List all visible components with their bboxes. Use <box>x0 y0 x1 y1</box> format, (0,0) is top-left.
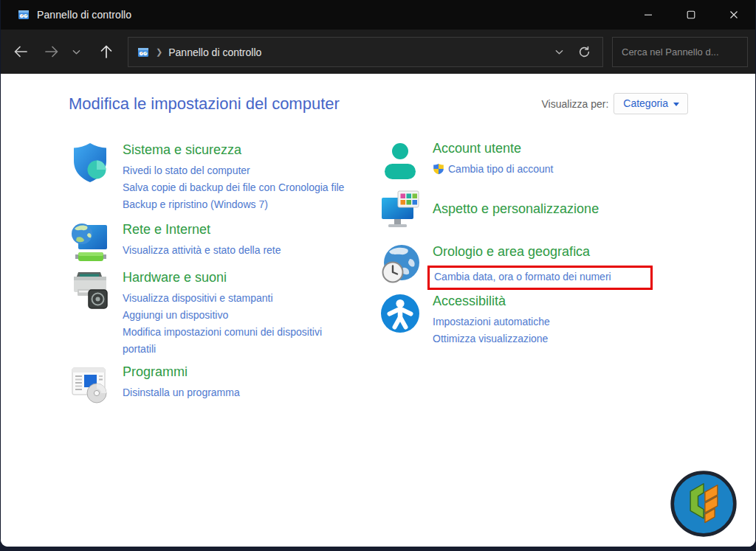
programs-icon[interactable] <box>69 363 111 406</box>
back-button[interactable] <box>8 39 33 64</box>
view-by-label: Visualizza per: <box>542 98 609 110</box>
task-link-with-uac[interactable]: Cambia tipo di account <box>433 161 553 178</box>
highlight-red-box: Cambia data, ora o formato dei numeri <box>427 266 653 290</box>
breadcrumb[interactable]: Pannello di controllo <box>168 46 261 58</box>
category-title[interactable]: Orologio e area geografica <box>433 244 590 260</box>
view-by-dropdown[interactable]: Categoria <box>614 93 688 114</box>
search-input[interactable] <box>613 46 755 58</box>
window-controls <box>627 0 755 30</box>
category-hardware-sound: Hardware e suoni Visualizza dispositivi … <box>69 268 394 358</box>
category-user-accounts: Account utente Cambia tipo di account <box>379 139 704 182</box>
category-title[interactable]: Account utente <box>433 141 521 156</box>
clock-region-icon[interactable] <box>379 243 422 285</box>
category-accessibility: Accessibilità Impostazioni automatiche O… <box>379 292 704 347</box>
task-link[interactable]: Impostazioni automatiche <box>433 313 550 330</box>
category-appearance: Aspetto e personalizzazione <box>379 190 704 232</box>
view-by-value: Categoria <box>623 97 668 109</box>
navigation-bar: ❯ Pannello di controllo <box>1 30 755 74</box>
recent-pages-chevron-icon[interactable] <box>67 39 85 64</box>
category-title[interactable]: Sistema e sicurezza <box>123 142 241 158</box>
category-system-security: Sistema e sicurezza Rivedi lo stato del … <box>69 141 394 213</box>
category-title[interactable]: Programmi <box>123 364 188 380</box>
task-link[interactable]: Rivedi lo stato del computer <box>123 162 344 179</box>
personalization-icon[interactable] <box>379 190 422 232</box>
network-icon[interactable] <box>69 221 111 263</box>
breadcrumb-separator-icon: ❯ <box>156 47 162 57</box>
security-shield-icon[interactable] <box>69 141 111 184</box>
control-panel-icon <box>18 9 30 21</box>
control-panel-icon <box>137 46 149 58</box>
hardware-printer-icon[interactable] <box>69 268 111 311</box>
task-link[interactable]: Aggiungi un dispositivo <box>123 307 346 324</box>
task-link[interactable]: Backup e ripristino (Windows 7) <box>123 196 344 213</box>
address-bar[interactable]: ❯ Pannello di controllo <box>128 37 603 67</box>
task-link[interactable]: Disinstalla un programma <box>123 384 240 401</box>
forward-button[interactable] <box>39 39 64 64</box>
refresh-button[interactable] <box>570 40 598 65</box>
close-button[interactable] <box>712 0 755 30</box>
ds-watermark-logo <box>669 469 738 538</box>
window-title: Pannello di controllo <box>37 9 131 21</box>
up-button[interactable] <box>94 39 119 64</box>
category-title[interactable]: Rete e Internet <box>123 222 210 238</box>
category-clock-region: Orologio e area geografica Cambia data, … <box>379 243 704 290</box>
category-title[interactable]: Aspetto e personalizzazione <box>433 201 599 217</box>
category-network-internet: Rete e Internet Visualizza attività e st… <box>69 221 394 263</box>
user-account-icon[interactable] <box>379 139 422 182</box>
accessibility-icon[interactable] <box>379 292 422 335</box>
maximize-button[interactable] <box>670 0 712 30</box>
task-link-change-date-time[interactable]: Cambia data, ora o formato dei numeri <box>434 271 611 283</box>
title-bar: Pannello di controllo <box>1 0 755 30</box>
view-by-control: Visualizza per: Categoria <box>542 93 689 114</box>
task-link[interactable]: Modifica impostazioni comuni dei disposi… <box>123 324 346 358</box>
category-title[interactable]: Accessibilità <box>433 294 506 309</box>
minimize-button[interactable] <box>627 0 670 30</box>
search-box <box>612 37 748 67</box>
task-link[interactable]: Visualizza attività e stato della rete <box>123 242 281 259</box>
task-link[interactable]: Salva copie di backup dei file con Crono… <box>123 179 344 196</box>
content-area: Modifica le impostazioni del computer Vi… <box>1 74 755 547</box>
address-dropdown-chevron-icon[interactable] <box>548 40 570 65</box>
uac-shield-icon <box>433 163 444 175</box>
category-title[interactable]: Hardware e suoni <box>123 270 227 285</box>
task-link[interactable]: Ottimizza visualizzazione <box>433 330 550 347</box>
chevron-down-icon <box>673 103 679 106</box>
task-link[interactable]: Visualizza dispositivi e stampanti <box>123 290 346 307</box>
page-title: Modifica le impostazioni del computer <box>69 94 340 114</box>
category-programs: Programmi Disinstalla un programma <box>69 363 394 406</box>
task-link-label: Cambia tipo di account <box>448 163 553 175</box>
control-panel-window: Pannello di controllo <box>0 0 756 547</box>
